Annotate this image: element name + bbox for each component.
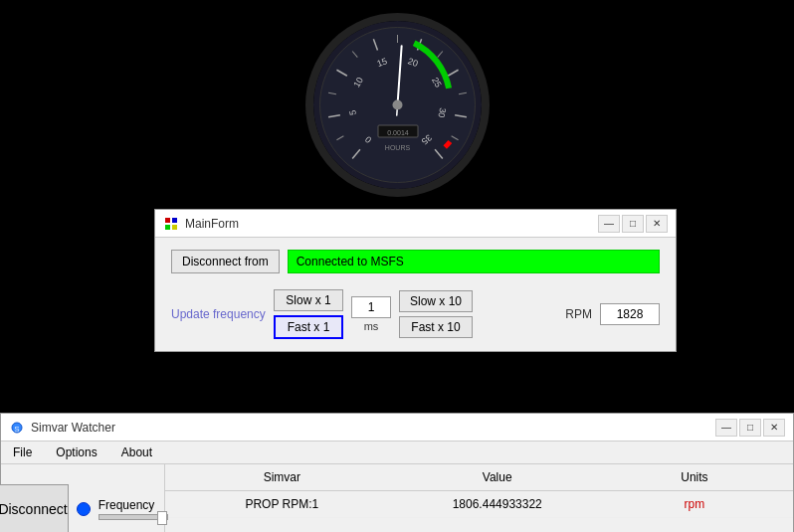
table-row: PROP RPM:1 1806.444933322 rpm bbox=[165, 491, 793, 518]
menu-file[interactable]: File bbox=[9, 443, 36, 461]
gauge-area: 0 5 10 15 20 25 30 35 0.0014 HOURS bbox=[0, 0, 794, 209]
frequency-row: Update frequency Slow x 1 Fast x 1 ms Sl… bbox=[171, 289, 660, 339]
row-simvar: PROP RPM:1 bbox=[165, 495, 399, 513]
freq-slider-group: Frequency bbox=[99, 498, 168, 520]
disconnect-button[interactable]: Disconnect bbox=[0, 484, 69, 532]
menu-about[interactable]: About bbox=[117, 443, 156, 461]
frequency-indicator-dot bbox=[77, 502, 91, 516]
rpm-label: RPM bbox=[565, 307, 592, 321]
gauge-face: 0 5 10 15 20 25 30 35 0.0014 HOURS bbox=[313, 21, 482, 189]
fast-x10-button[interactable]: Fast x 10 bbox=[399, 316, 473, 338]
freq-value-group: ms bbox=[351, 296, 391, 332]
simvar-app-icon: S bbox=[9, 420, 25, 436]
freq-buttons-left: Slow x 1 Fast x 1 bbox=[274, 289, 343, 339]
col-simvar: Simvar bbox=[165, 468, 399, 486]
svg-rect-33 bbox=[165, 225, 170, 230]
freq-buttons-right: Slow x 10 Fast x 10 bbox=[399, 290, 473, 338]
table-header: Simvar Value Units bbox=[165, 464, 793, 491]
mainform-title: MainForm bbox=[185, 217, 239, 231]
minimize-button[interactable]: — bbox=[598, 215, 620, 233]
app-icon bbox=[163, 216, 179, 232]
close-button[interactable]: ✕ bbox=[646, 215, 668, 233]
mainform-window: MainForm — □ ✕ Disconnect from Connected… bbox=[154, 209, 677, 352]
simvar-left-panel: Disconnect Frequency bbox=[1, 464, 165, 532]
simvar-window-controls: — □ ✕ bbox=[715, 419, 785, 437]
frequency-label: Frequency bbox=[99, 498, 168, 512]
row-units: rpm bbox=[596, 495, 793, 513]
fast-x1-button[interactable]: Fast x 1 bbox=[274, 315, 343, 339]
rpm-value-display: 1828 bbox=[600, 303, 660, 325]
simvar-title: Simvar Watcher bbox=[31, 421, 115, 435]
titlebar-left: MainForm bbox=[163, 216, 239, 232]
col-units: Units bbox=[596, 468, 793, 486]
simvar-minimize-button[interactable]: — bbox=[715, 419, 737, 437]
simvar-close-button[interactable]: ✕ bbox=[763, 419, 785, 437]
svg-rect-32 bbox=[172, 218, 177, 223]
svg-rect-31 bbox=[165, 218, 170, 223]
freq-unit-label: ms bbox=[364, 320, 379, 332]
frequency-slider-track bbox=[99, 514, 168, 520]
svg-text:HOURS: HOURS bbox=[384, 144, 410, 151]
slow-x1-button[interactable]: Slow x 1 bbox=[274, 289, 343, 311]
connection-status: Connected to MSFS bbox=[288, 250, 660, 273]
mainform-content: Disconnect from Connected to MSFS Update… bbox=[155, 238, 676, 351]
frequency-slider-thumb[interactable] bbox=[157, 511, 167, 525]
simvar-body: Disconnect Frequency Simvar Value Units … bbox=[1, 464, 793, 532]
maximize-button[interactable]: □ bbox=[622, 215, 644, 233]
freq-value-input[interactable] bbox=[351, 296, 391, 318]
disconnect-from-button[interactable]: Disconnect from bbox=[171, 250, 280, 273]
col-value: Value bbox=[399, 468, 596, 486]
simvar-right-panel: Simvar Value Units PROP RPM:1 1806.44493… bbox=[165, 464, 793, 532]
simvar-titlebar-left: S Simvar Watcher bbox=[9, 420, 115, 436]
simvar-menu: File Options About bbox=[1, 442, 793, 464]
window-controls: — □ ✕ bbox=[598, 215, 668, 233]
simvar-watcher-window: S Simvar Watcher — □ ✕ File Options Abou… bbox=[0, 413, 794, 532]
svg-text:30: 30 bbox=[436, 106, 448, 118]
slow-x10-button[interactable]: Slow x 10 bbox=[399, 290, 473, 312]
simvar-maximize-button[interactable]: □ bbox=[739, 419, 761, 437]
freq-label: Update frequency bbox=[171, 307, 266, 321]
mainform-titlebar: MainForm — □ ✕ bbox=[155, 210, 676, 238]
row-value: 1806.444933322 bbox=[399, 495, 596, 513]
simvar-titlebar: S Simvar Watcher — □ ✕ bbox=[1, 414, 793, 442]
menu-options[interactable]: Options bbox=[52, 443, 100, 461]
connection-row: Disconnect from Connected to MSFS bbox=[171, 250, 660, 273]
svg-text:S: S bbox=[14, 425, 19, 434]
svg-rect-34 bbox=[172, 225, 177, 230]
frequency-indicator: Frequency bbox=[77, 498, 168, 520]
rpm-gauge: 0 5 10 15 20 25 30 35 0.0014 HOURS bbox=[305, 13, 490, 197]
rpm-group: RPM 1828 bbox=[565, 303, 660, 325]
svg-text:0.0014: 0.0014 bbox=[387, 129, 409, 136]
svg-point-27 bbox=[392, 99, 402, 109]
